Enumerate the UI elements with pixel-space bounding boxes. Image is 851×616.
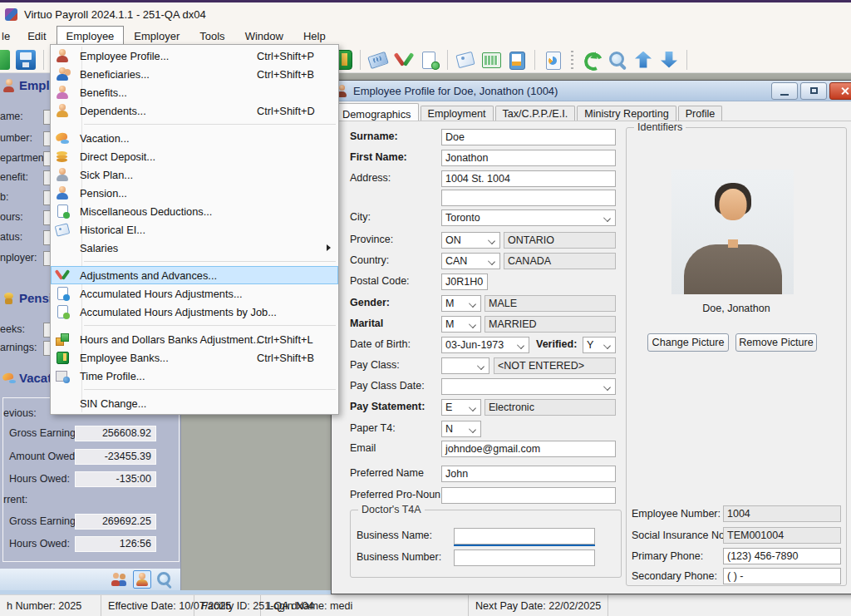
menu-item[interactable]: Vacation... bbox=[51, 129, 338, 147]
menu-item[interactable]: Direct Deposit... bbox=[51, 147, 338, 165]
profile-tab[interactable]: Ministry Reporting bbox=[577, 106, 676, 121]
menu-bar-item[interactable]: Tools bbox=[189, 26, 234, 46]
toolbar-separator[interactable] bbox=[43, 50, 44, 70]
tools-icon[interactable] bbox=[394, 50, 414, 70]
city-combobox[interactable]: Toronto bbox=[441, 209, 616, 226]
address-line1-input[interactable]: 1004 St. 1004 bbox=[441, 170, 616, 187]
toolbar-separator[interactable] bbox=[534, 50, 535, 70]
refresh-icon[interactable] bbox=[582, 50, 602, 70]
menu-item[interactable]: Dependents... Ctrl+Shift+D bbox=[51, 101, 338, 120]
social-insurance-label: Social Insurance No: bbox=[632, 530, 727, 541]
business-number-label: Business Number: bbox=[357, 551, 441, 563]
pay-class-date-combobox[interactable] bbox=[441, 378, 616, 395]
paper-t4-combobox[interactable]: N bbox=[441, 421, 481, 437]
calendar-icon[interactable] bbox=[481, 50, 501, 70]
address-line2-input[interactable] bbox=[441, 190, 616, 206]
verified-combobox[interactable]: Y bbox=[583, 337, 616, 353]
menu-bar-item[interactable]: Employer bbox=[124, 26, 189, 46]
menu-item[interactable]: Pension... bbox=[51, 184, 338, 202]
menu-item-label: Salaries bbox=[80, 242, 118, 254]
person-icon[interactable] bbox=[133, 570, 151, 589]
first-name-input[interactable]: Jonathon bbox=[441, 150, 616, 166]
marital-label: Marital bbox=[350, 318, 383, 329]
postal-code-input[interactable]: J0R1H0 bbox=[441, 274, 488, 290]
email-label: Email bbox=[350, 442, 376, 454]
up-arrow-icon[interactable] bbox=[633, 50, 653, 70]
date-of-birth-combobox[interactable]: 03-Jun-1973 bbox=[441, 337, 529, 353]
menu-bar-item[interactable]: le bbox=[0, 26, 17, 46]
menu-item-label: Adjustments and Advances... bbox=[80, 269, 217, 282]
preferred-pronoun-input[interactable] bbox=[441, 487, 616, 504]
menu-item[interactable]: Employee Profile... Ctrl+Shift+P bbox=[51, 47, 338, 65]
menu-item[interactable]: Accumulated Hours Adjustments... bbox=[51, 284, 338, 303]
menu-bar-item[interactable]: Window bbox=[235, 26, 293, 46]
search-icon[interactable] bbox=[155, 570, 174, 589]
summary-field-label: epartment: bbox=[0, 152, 50, 164]
business-number-input[interactable] bbox=[454, 549, 595, 566]
vacation-row: Gross Earnings: 256608.92 bbox=[3, 426, 179, 442]
menu-item[interactable]: Hours and Dollars Banks Adjustment... Ct… bbox=[51, 330, 338, 348]
menu-item-label: Historical EI... bbox=[80, 224, 145, 236]
menu-item[interactable]: Beneficiaries... Ctrl+Shift+B bbox=[51, 65, 338, 83]
menu-bar-item[interactable]: Edit bbox=[17, 26, 56, 46]
remove-picture-button[interactable]: Remove Picture bbox=[735, 333, 817, 352]
email-input[interactable]: johndoe@gmail.com bbox=[441, 441, 616, 457]
menu-item[interactable]: Benefits... bbox=[51, 83, 338, 101]
menu-item[interactable] bbox=[51, 120, 338, 129]
menu-item[interactable]: SIN Change... bbox=[51, 394, 338, 412]
marital-combobox[interactable]: M bbox=[441, 316, 481, 333]
status-bar-empty bbox=[608, 595, 851, 616]
toolbar-separator-dotted[interactable] bbox=[571, 51, 573, 69]
menu-item[interactable]: Time Profile... bbox=[51, 367, 338, 385]
search-icon[interactable] bbox=[608, 50, 627, 70]
menu-item[interactable]: Miscellaneous Deductions... bbox=[51, 202, 338, 220]
province-combobox[interactable]: ON bbox=[441, 232, 500, 249]
menu-item[interactable]: Salaries bbox=[51, 239, 338, 257]
document-remove-icon[interactable] bbox=[420, 50, 440, 70]
change-picture-button[interactable]: Change Picture bbox=[647, 333, 729, 352]
profile-window-titlebar[interactable]: Employee Profile for Doe, Jonathon (1004… bbox=[332, 81, 851, 101]
restore-button[interactable] bbox=[800, 82, 827, 100]
country-combobox[interactable]: CAN bbox=[441, 253, 500, 269]
toolbar-separator[interactable] bbox=[686, 50, 687, 70]
menu-bar-item[interactable]: Employee bbox=[57, 26, 125, 46]
menu-item[interactable] bbox=[51, 385, 338, 394]
menu-item[interactable] bbox=[51, 321, 338, 330]
report-clipboard-icon[interactable] bbox=[507, 50, 527, 70]
secondary-phone-input[interactable]: ( ) - bbox=[723, 568, 841, 584]
business-name-input[interactable] bbox=[454, 528, 595, 545]
menu-item[interactable]: Historical EI... bbox=[51, 220, 338, 239]
tag-icon bbox=[55, 222, 70, 237]
down-arrow-icon[interactable] bbox=[659, 50, 679, 70]
menu-item[interactable]: Adjustments and Advances... bbox=[51, 266, 338, 284]
surname-input[interactable]: Doe bbox=[441, 129, 616, 145]
profile-tabs: DemographicsEmploymentTax/C.P.P./E.I.Min… bbox=[332, 101, 851, 121]
pay-class-combobox[interactable] bbox=[441, 357, 489, 374]
profile-tab[interactable]: Demographics bbox=[335, 103, 419, 121]
clipped-green-icon[interactable] bbox=[0, 50, 10, 70]
menu-bar-item[interactable]: Help bbox=[293, 26, 336, 46]
toolbar-separator[interactable] bbox=[447, 50, 448, 70]
minimize-button[interactable] bbox=[771, 82, 798, 100]
menu-item[interactable] bbox=[51, 257, 338, 266]
tools-icon bbox=[55, 268, 70, 283]
people-icon[interactable] bbox=[111, 570, 129, 589]
profile-tab[interactable]: Profile bbox=[678, 106, 723, 121]
save-icon[interactable] bbox=[16, 50, 36, 70]
preferred-name-input[interactable]: John bbox=[441, 466, 616, 482]
close-button[interactable] bbox=[829, 82, 851, 100]
pay-statement-combobox[interactable]: E bbox=[441, 399, 481, 416]
profile-window-title: Employee Profile for Doe, Jonathon (1004… bbox=[353, 85, 558, 97]
menu-item[interactable]: Accumulated Hours Adjustments by Job... bbox=[51, 303, 338, 321]
gender-combobox[interactable]: M bbox=[441, 295, 481, 312]
profile-tab[interactable]: Tax/C.P.P./E.I. bbox=[495, 106, 576, 121]
menu-item[interactable]: Sick Plan... bbox=[51, 165, 338, 184]
profile-tab[interactable]: Employment bbox=[421, 106, 494, 121]
menu-item[interactable]: Employee Banks... Ctrl+Shift+B bbox=[51, 348, 338, 367]
tag-icon[interactable] bbox=[455, 50, 475, 70]
menu-item-label: Miscellaneous Deductions... bbox=[80, 205, 212, 218]
chart-document-icon[interactable] bbox=[543, 50, 563, 70]
primary-phone-input[interactable]: (123) 456-7890 bbox=[723, 548, 841, 564]
toolbar-separator[interactable] bbox=[360, 50, 361, 70]
stamp-icon[interactable] bbox=[368, 50, 388, 70]
